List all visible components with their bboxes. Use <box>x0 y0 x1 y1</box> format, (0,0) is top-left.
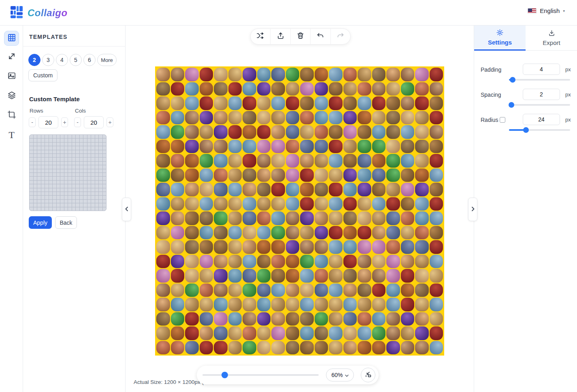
collage-tile[interactable] <box>358 82 371 96</box>
language-selector[interactable]: English ▾ <box>528 7 565 14</box>
collage-tile[interactable] <box>329 283 343 297</box>
collage-tile[interactable] <box>156 154 170 168</box>
collage-tile[interactable] <box>171 154 185 168</box>
collage-tile[interactable] <box>415 154 429 168</box>
delete-button[interactable] <box>291 29 311 44</box>
collage-tile[interactable] <box>358 96 371 110</box>
collage-tile[interactable] <box>386 125 400 139</box>
collage-tile[interactable] <box>430 96 443 110</box>
collage-tile[interactable] <box>228 140 242 153</box>
collage-tile[interactable] <box>343 140 357 153</box>
collage-tile[interactable] <box>171 312 185 326</box>
collage-tile[interactable] <box>286 82 300 96</box>
collage-tile[interactable] <box>200 312 213 326</box>
collage-tile[interactable] <box>300 269 314 283</box>
collage-tile[interactable] <box>271 168 285 182</box>
collage-tile[interactable] <box>358 269 371 283</box>
collage-tile[interactable] <box>430 326 443 340</box>
collage-tile[interactable] <box>358 197 371 211</box>
collage-tile[interactable] <box>300 68 314 81</box>
collage-tile[interactable] <box>257 82 271 96</box>
collage-canvas[interactable] <box>155 66 444 356</box>
collage-tile[interactable] <box>171 140 185 153</box>
collage-tile[interactable] <box>243 154 256 168</box>
collage-tile[interactable] <box>243 68 256 81</box>
collage-tile[interactable] <box>315 298 328 311</box>
collage-tile[interactable] <box>257 240 271 254</box>
collage-tile[interactable] <box>156 283 170 297</box>
collage-tile[interactable] <box>185 226 199 240</box>
collage-tile[interactable] <box>243 211 256 225</box>
collage-tile[interactable] <box>286 298 300 311</box>
collage-tile[interactable] <box>343 82 357 96</box>
collage-tile[interactable] <box>185 240 199 254</box>
collage-tile[interactable] <box>171 240 185 254</box>
collage-tile[interactable] <box>228 197 242 211</box>
fit-to-screen-button[interactable] <box>361 368 375 382</box>
collage-tile[interactable] <box>343 326 357 340</box>
collage-tile[interactable] <box>243 111 256 125</box>
collage-tile[interactable] <box>214 240 228 254</box>
collage-tile[interactable] <box>372 240 386 254</box>
custom-template-button[interactable]: Custom <box>28 69 57 81</box>
collage-tile[interactable] <box>415 226 429 240</box>
collage-tile[interactable] <box>257 154 271 168</box>
collage-tile[interactable] <box>286 96 300 110</box>
collage-tile[interactable] <box>430 240 443 254</box>
collage-tile[interactable] <box>358 298 371 311</box>
collage-tile[interactable] <box>185 269 199 283</box>
collage-tile[interactable] <box>171 211 185 225</box>
collage-tile[interactable] <box>228 125 242 139</box>
collage-tile[interactable] <box>358 211 371 225</box>
collage-tile[interactable] <box>415 140 429 153</box>
collage-tile[interactable] <box>358 312 371 326</box>
collage-tile[interactable] <box>343 168 357 182</box>
collage-tile[interactable] <box>372 183 386 196</box>
collage-tile[interactable] <box>401 183 415 196</box>
radius-input[interactable] <box>523 114 560 125</box>
collage-tile[interactable] <box>315 154 328 168</box>
collage-tile[interactable] <box>257 255 271 268</box>
collage-tile[interactable] <box>372 140 386 153</box>
collage-tile[interactable] <box>430 211 443 225</box>
collage-tile[interactable] <box>329 140 343 153</box>
collage-tile[interactable] <box>430 283 443 297</box>
collage-tile[interactable] <box>430 255 443 268</box>
collage-tile[interactable] <box>401 125 415 139</box>
collage-tile[interactable] <box>415 68 429 81</box>
collage-tile[interactable] <box>171 226 185 240</box>
collage-tile[interactable] <box>401 240 415 254</box>
collage-tile[interactable] <box>358 154 371 168</box>
collage-tile[interactable] <box>415 197 429 211</box>
collage-tile[interactable] <box>315 82 328 96</box>
collage-tile[interactable] <box>315 255 328 268</box>
collage-tile[interactable] <box>200 68 213 81</box>
collage-tile[interactable] <box>171 111 185 125</box>
collage-tile[interactable] <box>214 211 228 225</box>
collage-tile[interactable] <box>372 341 386 355</box>
collage-tile[interactable] <box>386 226 400 240</box>
collage-tile[interactable] <box>271 82 285 96</box>
collage-tile[interactable] <box>386 82 400 96</box>
collage-tile[interactable] <box>257 269 271 283</box>
collage-tile[interactable] <box>156 255 170 268</box>
collage-tile[interactable] <box>415 298 429 311</box>
collage-tile[interactable] <box>228 312 242 326</box>
collage-tile[interactable] <box>214 154 228 168</box>
collage-tile[interactable] <box>185 341 199 355</box>
redo-button[interactable] <box>331 29 350 44</box>
collage-tile[interactable] <box>401 226 415 240</box>
collage-tile[interactable] <box>315 183 328 196</box>
collage-tile[interactable] <box>372 96 386 110</box>
collage-tile[interactable] <box>415 269 429 283</box>
apply-button[interactable]: Apply <box>29 216 52 229</box>
collage-tile[interactable] <box>271 140 285 153</box>
collage-tile[interactable] <box>386 168 400 182</box>
collage-tile[interactable] <box>286 240 300 254</box>
collage-tile[interactable] <box>386 298 400 311</box>
collage-tile[interactable] <box>286 125 300 139</box>
collage-tile[interactable] <box>286 68 300 81</box>
collage-tile[interactable] <box>271 154 285 168</box>
collage-tile[interactable] <box>415 96 429 110</box>
collage-tile[interactable] <box>401 269 415 283</box>
